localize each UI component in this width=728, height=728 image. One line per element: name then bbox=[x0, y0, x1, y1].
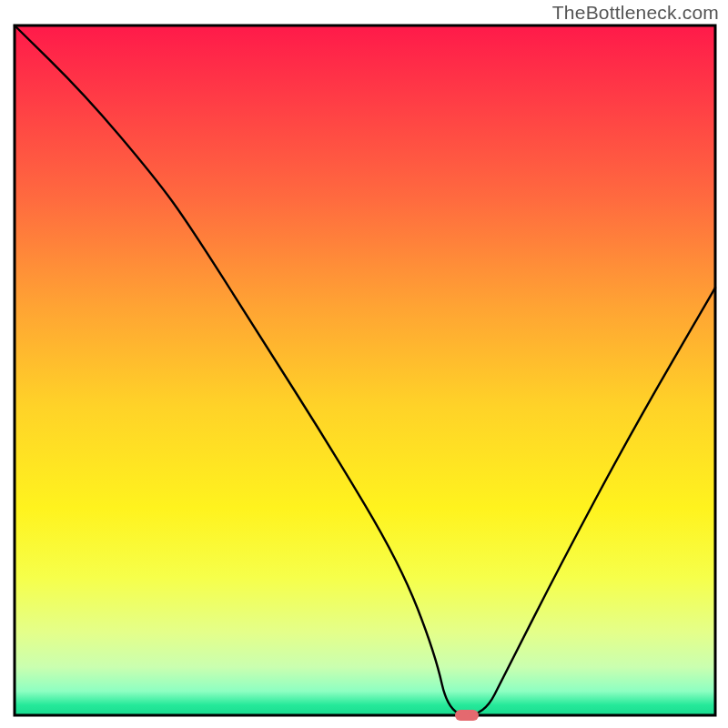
chart-container: TheBottleneck.com bbox=[0, 0, 728, 728]
bottleneck-chart-svg bbox=[0, 0, 728, 728]
watermark-text: TheBottleneck.com bbox=[552, 2, 719, 24]
svg-rect-0 bbox=[15, 25, 715, 715]
optimum-marker bbox=[455, 710, 479, 721]
